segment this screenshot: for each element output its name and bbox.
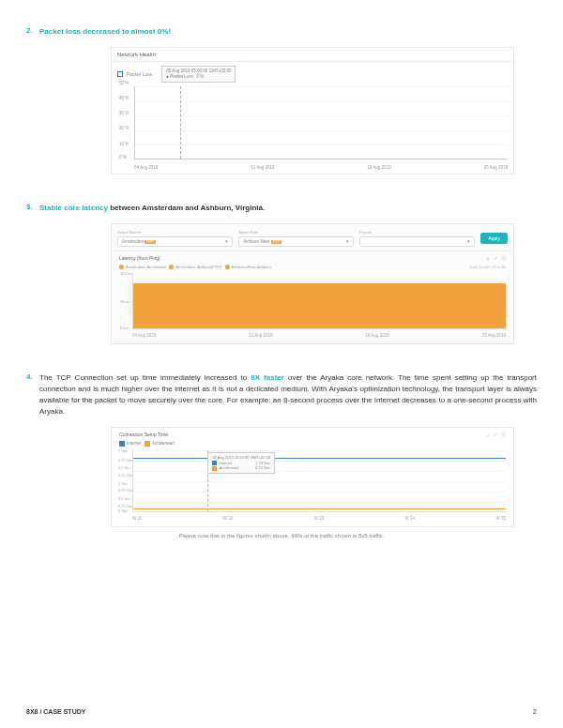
hover-line xyxy=(180,86,181,159)
info-icon[interactable]: ⓘ xyxy=(501,432,506,437)
highlight-text: Stable core latency xyxy=(39,204,108,212)
highlight-text: Packet loss decreased to almost 0%! xyxy=(39,27,171,36)
expand-icon[interactable]: ⤢ xyxy=(494,432,497,437)
x-axis: 04 Aug 2019 11 Aug 2019 18 Aug 2019 25 A… xyxy=(112,163,513,174)
series-internet xyxy=(133,458,506,459)
list-item-3: 3. Stable core latency between Amsterdam… xyxy=(26,203,537,214)
chart-network-health: Network Health Packet Loss 05 Aug 2019 0… xyxy=(111,47,514,174)
chart-connection-setup: Connection Setup Time ⤓ ⤢ ⓘ Internet Acc… xyxy=(111,427,514,527)
y-axis: 50 % 40 % 30 % 20 % 10 % 0 % xyxy=(112,81,130,157)
chart-latency: Select Source Amsterdam POP▾ Select Peer… xyxy=(111,223,514,344)
panel-title: Latency (from Ping) xyxy=(119,255,160,261)
panel-icons: ⤓ ⤢ ⓘ xyxy=(486,432,506,437)
panel-icons: ⤓ ⤢ ⓘ xyxy=(486,255,506,261)
chart-title: Network Health xyxy=(112,48,513,62)
page-footer: 8X8 / CASE STUDY 2 xyxy=(26,708,537,715)
expand-icon[interactable]: ⤢ xyxy=(494,255,497,261)
highlight-text: 8X faster xyxy=(251,373,284,382)
x-axis: 04 Aug 2019 11 Aug 2019 18 Aug 2019 25 A… xyxy=(112,331,513,343)
page-number: 2 xyxy=(533,708,537,715)
download-icon[interactable]: ⤓ xyxy=(486,432,490,437)
list-item-2: 2. Packet loss decreased to almost 0%! xyxy=(26,26,537,38)
source-select[interactable]: Amsterdam POP▾ xyxy=(117,236,233,247)
tooltip-date: 05 Aug 2019 05:00:00 GMT+02:00 xyxy=(166,68,231,73)
chart-legend: Internet Accelerated xyxy=(112,441,513,448)
list-number: 2. xyxy=(26,26,39,38)
list-item-4: 4. The TCP Connection set up time immedi… xyxy=(26,372,537,417)
list-number: 4. xyxy=(26,372,39,417)
info-icon[interactable]: ⓘ xyxy=(501,255,506,261)
series-accelerated xyxy=(133,508,506,509)
chart-plot-area: 2 Sec 1.75 Sec 1.5 Sec 1.25 Sec 1 Sec 0.… xyxy=(132,450,506,512)
apply-button[interactable]: Apply xyxy=(480,233,508,244)
figure-caption: Please note that in the figures shown ab… xyxy=(26,533,537,538)
tooltip-value: 0 % xyxy=(197,74,205,79)
source-label: Select Source xyxy=(117,230,233,235)
list-number: 3. xyxy=(26,203,39,214)
chart-controls: Select Source Amsterdam POP▾ Select Peer… xyxy=(112,224,513,250)
tooltip-series: Packet Loss xyxy=(170,74,193,79)
chart-plot-area xyxy=(134,86,508,159)
chart-legend: Packet Loss 05 Aug 2019 05:00:00 GMT+02:… xyxy=(112,62,513,86)
list-text: Packet loss decreased to almost 0%! xyxy=(39,26,537,38)
peer-select[interactable]: Ashburn-West POP▾ xyxy=(238,236,354,247)
download-icon[interactable]: ⤓ xyxy=(486,255,490,261)
chart-legend: Data Trends: 01 to 31 Amsterdam–Amsterda… xyxy=(112,265,513,271)
body-text: The TCP Connection set up time immediate… xyxy=(39,373,251,382)
panel-title: Connection Setup Time xyxy=(119,432,168,437)
page-body: 2. Packet loss decreased to almost 0%! N… xyxy=(0,0,563,557)
peer-label: Select Peer xyxy=(238,230,354,235)
x-axis: W 31 W 32 W 33 W 34 W 35 xyxy=(112,514,513,526)
body-text: between Amsterdam and Ashburn, Virginia. xyxy=(108,204,265,212)
list-text: The TCP Connection set up time immediate… xyxy=(39,372,537,417)
period-label: Period xyxy=(359,230,475,235)
period-select[interactable]: ▾ xyxy=(359,236,475,247)
list-text: Stable core latency between Amsterdam an… xyxy=(39,203,537,214)
footer-left: 8X8 / CASE STUDY xyxy=(26,708,85,715)
chart-tooltip: 04 Aug 2019 15:15:00 GMT+02:00 Internet1… xyxy=(207,452,275,474)
chart-tooltip: 05 Aug 2019 05:00:00 GMT+02:00 ● Packet … xyxy=(161,66,236,83)
chart-plot-area: 100 ms 50 ms 0 ms xyxy=(132,273,506,329)
legend-swatch xyxy=(117,71,123,77)
legend-label: Packet Loss xyxy=(127,71,152,77)
panel-header: Connection Setup Time ⤓ ⤢ ⓘ xyxy=(112,428,513,441)
area-fill xyxy=(133,283,506,328)
range-text: Data Trends: 01 to 31 xyxy=(470,265,506,269)
panel-header: Latency (from Ping) ⤓ ⤢ ⓘ xyxy=(112,250,513,265)
